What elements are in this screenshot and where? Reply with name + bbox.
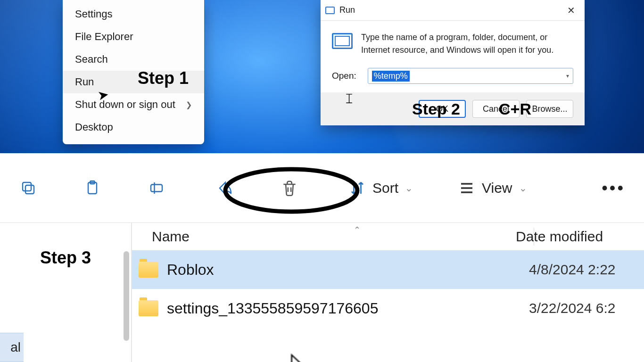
open-label: Open:	[332, 71, 356, 81]
open-combobox[interactable]: %temp% ▾	[368, 68, 573, 84]
chevron-down-icon: ⌄	[405, 182, 413, 194]
svg-point-5	[225, 169, 357, 212]
annotation-step2-shortcut: C+R	[499, 100, 531, 118]
menu-item-label: File Explorer	[75, 31, 133, 43]
menu-item-label: Settings	[75, 8, 113, 20]
folder-icon	[139, 300, 158, 316]
paste-icon[interactable]	[83, 179, 102, 197]
run-titlebar[interactable]: Run ✕	[321, 0, 585, 21]
annotation-step2: Step 2	[412, 100, 460, 118]
file-name: settings_133555859597176605	[167, 300, 529, 317]
run-open-row: Open: %temp% ▾	[321, 68, 585, 92]
chevron-right-icon: ❯	[186, 100, 192, 109]
top-panel: Settings File Explorer Search Run Shut d…	[0, 0, 644, 153]
menu-item-label: Shut down or sign out	[75, 99, 175, 111]
column-separator[interactable]	[534, 228, 534, 246]
chevron-down-icon[interactable]: ▾	[566, 73, 569, 79]
column-name[interactable]: Name	[152, 229, 516, 245]
collapse-chevron-icon[interactable]: ⌃	[354, 225, 361, 235]
sort-label: Sort	[372, 180, 398, 196]
explorer-body: al ⌃ Name Date modified Roblox 4/8/2024 …	[0, 223, 644, 362]
svg-rect-0	[25, 185, 34, 194]
more-button[interactable]: •••	[602, 178, 625, 198]
svg-rect-4	[151, 184, 162, 191]
run-app-icon	[325, 7, 335, 14]
column-headers: ⌃ Name Date modified	[132, 223, 644, 250]
run-dialog-icon	[332, 33, 353, 49]
menu-item-search[interactable]: Search	[63, 48, 204, 71]
rename-icon[interactable]	[147, 179, 166, 197]
view-icon	[458, 179, 475, 197]
file-date: 4/8/2024 2:22	[529, 262, 637, 278]
nav-item-partial[interactable]: al	[0, 333, 24, 362]
explorer-panel: Sort ⌄ View ⌄ ••• al ⌃ Name D	[0, 153, 644, 362]
menu-item-label: Desktop	[75, 121, 113, 133]
folder-icon	[139, 262, 158, 278]
run-description: Type the name of a program, folder, docu…	[361, 31, 573, 57]
run-body: Type the name of a program, folder, docu…	[321, 21, 585, 68]
view-dropdown[interactable]: View ⌄	[458, 179, 527, 197]
scrollbar-thumb[interactable]	[124, 251, 129, 341]
copy-icon[interactable]	[19, 179, 38, 197]
menu-item-label: Search	[75, 53, 108, 66]
menu-item-settings[interactable]: Settings	[63, 3, 204, 25]
menu-item-file-explorer[interactable]: File Explorer	[63, 25, 204, 48]
file-name: Roblox	[167, 261, 529, 279]
chevron-down-icon: ⌄	[519, 182, 527, 194]
text-cursor-icon: 𝙸	[344, 90, 354, 107]
cursor-icon	[289, 353, 307, 362]
menu-item-shutdown[interactable]: Shut down or sign out ❯	[63, 93, 204, 116]
annotation-circle	[221, 165, 362, 216]
column-date[interactable]: Date modified	[516, 229, 624, 245]
run-title: Run	[339, 5, 562, 15]
annotation-step3: Step 3	[40, 248, 91, 268]
file-list-pane: ⌃ Name Date modified Roblox 4/8/2024 2:2…	[132, 223, 644, 362]
file-row[interactable]: Roblox 4/8/2024 2:22	[132, 250, 644, 289]
file-date: 3/22/2024 6:2	[529, 300, 637, 316]
menu-item-desktop[interactable]: Desktop	[63, 116, 204, 139]
open-value: %temp%	[372, 71, 410, 82]
menu-item-label: Run	[75, 76, 94, 88]
view-label: View	[482, 180, 512, 196]
explorer-toolbar: Sort ⌄ View ⌄ •••	[0, 153, 644, 223]
nav-pane[interactable]: al	[0, 223, 132, 362]
close-button[interactable]: ✕	[562, 3, 580, 18]
file-row[interactable]: settings_133555859597176605 3/22/2024 6:…	[132, 289, 644, 328]
browse-button[interactable]: Browse...	[526, 100, 573, 118]
annotation-step1: Step 1	[138, 68, 189, 88]
svg-rect-1	[23, 182, 31, 191]
